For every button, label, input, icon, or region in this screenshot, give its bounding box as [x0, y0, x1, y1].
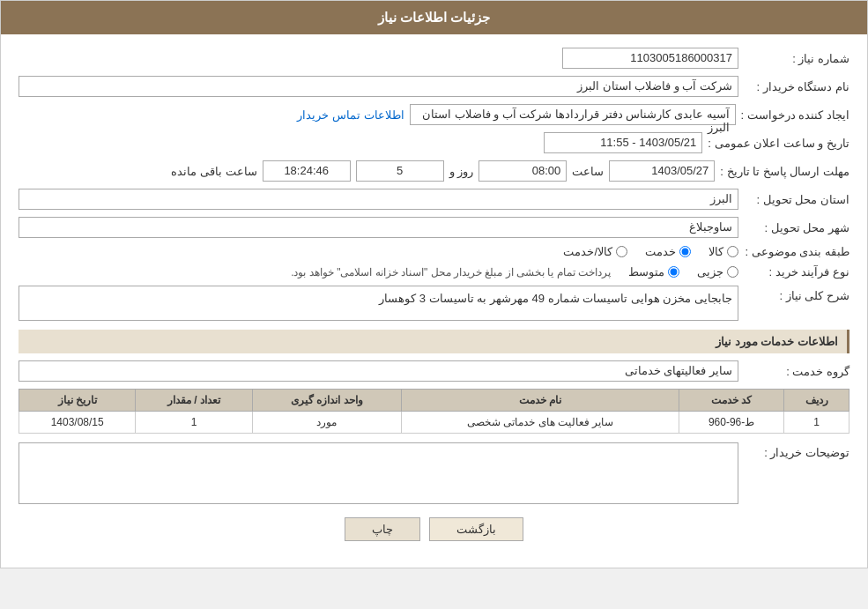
print-button[interactable]: چاپ — [345, 517, 420, 541]
radio-partial[interactable]: جزیی — [697, 265, 738, 279]
page-title: جزئیات اطلاعات نیاز — [378, 10, 490, 25]
date-label: تاریخ و ساعت اعلان عمومی : — [708, 137, 849, 150]
radio-service-input[interactable] — [679, 246, 691, 257]
col-unit: واحد اندازه گیری — [252, 390, 401, 412]
service-group-label: گروه خدمت : — [744, 365, 849, 378]
services-table: ردیف کد خدمت نام خدمت واحد اندازه گیری ت… — [19, 389, 849, 434]
radio-goods-input[interactable] — [727, 246, 738, 257]
contact-link[interactable]: اطلاعات تماس خریدار — [297, 108, 404, 122]
radio-goods-service-input[interactable] — [616, 246, 627, 257]
need-desc-value: جابجایی مخزن هوایی تاسیسات شماره 49 مهرش… — [19, 286, 738, 321]
services-header: اطلاعات خدمات مورد نیاز — [19, 330, 849, 353]
remaining-time: 18:24:46 — [263, 160, 351, 182]
creator-value: آسیه عابدی کارشناس دفتر قراردادها شرکت آ… — [410, 104, 736, 125]
need-number-value: 1103005186000317 — [562, 48, 738, 69]
buyer-org-label: نام دستگاه خریدار : — [744, 80, 849, 93]
purchase-note: پرداخت تمام یا بخشی از مبلغ خریدار محل "… — [291, 266, 611, 279]
need-desc-label: شرح کلی نیاز : — [744, 286, 849, 302]
category-label: طبقه بندی موضوعی : — [744, 245, 849, 258]
col-qty: تعداد / مقدار — [136, 390, 252, 412]
col-row: ردیف — [784, 390, 849, 412]
radio-medium-label: متوسط — [628, 265, 664, 279]
radio-goods[interactable]: کالا — [708, 245, 738, 258]
deadline-time-label: ساعت — [572, 165, 604, 178]
deadline-days: 5 — [356, 160, 444, 182]
province-value: البرز — [19, 189, 738, 210]
radio-partial-label: جزیی — [697, 265, 723, 279]
col-name: نام خدمت — [402, 390, 679, 412]
page-header: جزئیات اطلاعات نیاز — [1, 1, 867, 34]
buyer-desc-label: توضیحات خریدار : — [744, 442, 849, 459]
radio-goods-label: کالا — [708, 245, 723, 258]
remaining-label: ساعت باقی مانده — [171, 165, 256, 178]
radio-service-label: خدمت — [645, 245, 676, 258]
buyer-desc-box[interactable] — [19, 442, 738, 504]
radio-medium-input[interactable] — [668, 266, 679, 278]
buyer-org-value: شرکت آب و فاضلاب استان البرز — [19, 76, 738, 97]
deadline-date: 1403/05/27 — [609, 160, 715, 182]
city-value: ساوجبلاغ — [19, 217, 738, 238]
province-label: استان محل تحویل : — [744, 193, 849, 206]
col-date: تاریخ نیاز — [19, 390, 136, 412]
purchase-type-label: نوع فرآیند خرید : — [744, 265, 849, 279]
city-label: شهر محل تحویل : — [744, 221, 849, 234]
deadline-time: 08:00 — [479, 160, 567, 182]
radio-medium[interactable]: متوسط — [628, 265, 679, 279]
creator-label: ایجاد کننده درخواست : — [741, 108, 849, 122]
deadline-day-label: روز و — [449, 165, 474, 178]
need-number-label: شماره نیاز : — [744, 52, 849, 65]
radio-service[interactable]: خدمت — [645, 245, 691, 258]
back-button[interactable]: بازگشت — [429, 517, 523, 541]
radio-goods-service[interactable]: کالا/خدمت — [563, 245, 627, 258]
table-row: 1ط-96-960سایر فعالیت های خدماتی شخصیمورد… — [19, 412, 849, 434]
service-group-value: سایر فعالیتهای خدماتی — [19, 360, 738, 382]
radio-goods-service-label: کالا/خدمت — [563, 245, 612, 258]
deadline-label: مهلت ارسال پاسخ تا تاریخ : — [720, 165, 849, 178]
radio-partial-input[interactable] — [727, 266, 738, 278]
date-value: 1403/05/21 - 11:55 — [544, 132, 702, 153]
col-code: کد خدمت — [679, 390, 783, 412]
